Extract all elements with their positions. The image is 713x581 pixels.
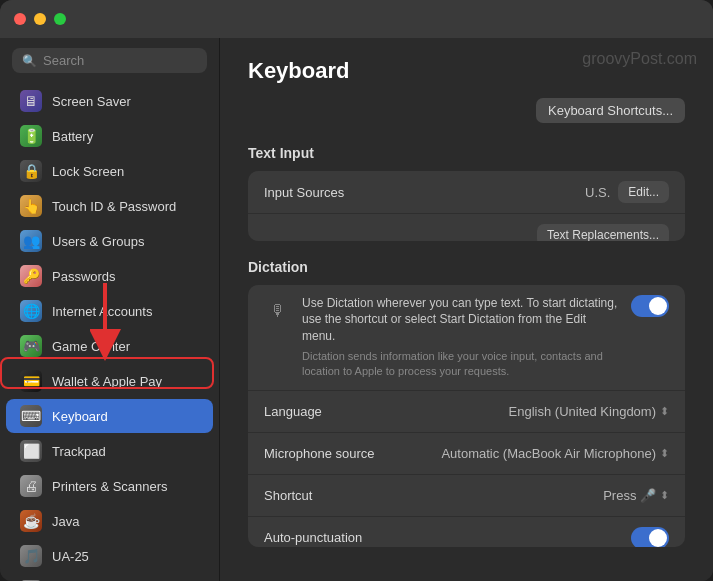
- wallet-icon: 💳: [20, 370, 42, 392]
- gamecenter-icon: 🎮: [20, 335, 42, 357]
- sidebar-item-label: Screen Saver: [52, 94, 131, 109]
- sidebar-item-lock-screen[interactable]: 🔒 Lock Screen: [6, 154, 213, 188]
- autopunctuation-label: Auto-punctuation: [264, 530, 362, 545]
- autopunctuation-toggle[interactable]: [631, 527, 669, 547]
- sidebar-item-keyboard[interactable]: ⌨ Keyboard: [6, 399, 213, 433]
- sidebar-item-trackpad[interactable]: ⬜ Trackpad: [6, 434, 213, 468]
- search-icon: 🔍: [22, 54, 37, 68]
- microphone-icon: 🎙: [264, 297, 292, 325]
- maximize-button[interactable]: [54, 13, 66, 25]
- sidebar-item-label: Java: [52, 514, 79, 529]
- text-replacements-button[interactable]: Text Replacements...: [537, 224, 669, 241]
- shortcut-value: Press 🎤: [603, 488, 656, 503]
- input-sources-row: Input Sources U.S. Edit...: [248, 171, 685, 214]
- edit-button[interactable]: Edit...: [618, 181, 669, 203]
- touchid-icon: 👆: [20, 195, 42, 217]
- language-select[interactable]: English (United Kingdom) ⬍: [509, 404, 669, 419]
- sidebar-item-label: Game Center: [52, 339, 130, 354]
- microphone-select[interactable]: Automatic (MacBook Air Microphone) ⬍: [441, 446, 669, 461]
- dictation-text: Use Dictation wherever you can type text…: [302, 295, 621, 380]
- autopunctuation-row: Auto-punctuation: [248, 517, 685, 547]
- shortcut-label: Shortcut: [264, 488, 312, 503]
- sidebar-item-label: Touch ID & Password: [52, 199, 176, 214]
- sidebar-item-label: Passwords: [52, 269, 116, 284]
- dictation-desc-row: 🎙 Use Dictation wherever you can type te…: [248, 285, 685, 391]
- search-bar[interactable]: 🔍: [12, 48, 207, 73]
- language-label: Language: [264, 404, 322, 419]
- input-sources-value: U.S.: [585, 185, 610, 200]
- keyboard-shortcuts-button[interactable]: Keyboard Shortcuts...: [536, 98, 685, 123]
- input-sources-label: Input Sources: [264, 185, 344, 200]
- shortcut-row: Shortcut Press 🎤 ⬍: [248, 475, 685, 517]
- language-row: Language English (United Kingdom) ⬍: [248, 391, 685, 433]
- text-input-card: Input Sources U.S. Edit... Text Replacem…: [248, 171, 685, 241]
- sidebar-item-label: Internet Accounts: [52, 304, 152, 319]
- sidebar-item-wallet[interactable]: 💳 Wallet & Apple Pay: [6, 364, 213, 398]
- main-panel: groovyPost.com Keyboard Keyboard Shortcu…: [220, 38, 713, 581]
- sidebar-item-label: Lock Screen: [52, 164, 124, 179]
- sidebar-item-label: Wallet & Apple Pay: [52, 374, 162, 389]
- passwords-icon: 🔑: [20, 265, 42, 287]
- dictation-label: Dictation: [248, 259, 685, 275]
- sidebar-item-internet-accounts[interactable]: 🌐 Internet Accounts: [6, 294, 213, 328]
- sidebar-item-touch-id[interactable]: 👆 Touch ID & Password: [6, 189, 213, 223]
- sidebar-item-screen-saver[interactable]: 🖥 Screen Saver: [6, 84, 213, 118]
- sidebar-item-label: UA-25: [52, 549, 89, 564]
- microphone-source-label: Microphone source: [264, 446, 375, 461]
- language-value: English (United Kingdom): [509, 404, 656, 419]
- sidebar-item-label: Keyboard: [52, 409, 108, 424]
- titlebar: [0, 0, 713, 38]
- minimize-button[interactable]: [34, 13, 46, 25]
- sidebar-item-label: Battery: [52, 129, 93, 144]
- microphone-value: Automatic (MacBook Air Microphone): [441, 446, 656, 461]
- dictation-toggle[interactable]: [631, 295, 669, 317]
- sidebar-item-label: Users & Groups: [52, 234, 144, 249]
- sidebar: 🔍 🖥 Screen Saver 🔋 Battery 🔒 Lock Screen: [0, 38, 220, 581]
- toggle-knob-auto: [649, 529, 667, 547]
- sidebar-item-label: Printers & Scanners: [52, 479, 168, 494]
- sidebar-item-printers[interactable]: 🖨 Printers & Scanners: [6, 469, 213, 503]
- battery-icon: 🔋: [20, 125, 42, 147]
- microphone-source-row: Microphone source Automatic (MacBook Air…: [248, 433, 685, 475]
- language-chevron: ⬍: [660, 405, 669, 418]
- sidebar-item-passwords[interactable]: 🔑 Passwords: [6, 259, 213, 293]
- dictation-sub-text: Dictation sends information like your vo…: [302, 349, 621, 380]
- page-title: Keyboard: [248, 58, 685, 84]
- java-icon: ☕: [20, 510, 42, 532]
- text-replacements-row: Text Replacements...: [248, 214, 685, 241]
- dictation-card: 🎙 Use Dictation wherever you can type te…: [248, 285, 685, 547]
- internet-icon: 🌐: [20, 300, 42, 322]
- sidebar-item-label: Trackpad: [52, 444, 106, 459]
- printers-icon: 🖨: [20, 475, 42, 497]
- sidebar-item-battery[interactable]: 🔋 Battery: [6, 119, 213, 153]
- ua25-icon: 🎵: [20, 545, 42, 567]
- lock-icon: 🔒: [20, 160, 42, 182]
- search-input[interactable]: [43, 53, 197, 68]
- sidebar-item-ua25[interactable]: 🎵 UA-25: [6, 539, 213, 573]
- toggle-knob: [649, 297, 667, 315]
- text-input-label: Text Input: [248, 145, 685, 161]
- screen-saver-icon: 🖥: [20, 90, 42, 112]
- sidebar-item-java[interactable]: ☕ Java: [6, 504, 213, 538]
- trackpad-icon: ⬜: [20, 440, 42, 462]
- sidebar-item-yamaha[interactable]: 🎹 YAMAHA USB-MIDI: [6, 574, 213, 581]
- shortcut-chevron: ⬍: [660, 489, 669, 502]
- close-button[interactable]: [14, 13, 26, 25]
- keyboard-icon: ⌨: [20, 405, 42, 427]
- sidebar-item-users-groups[interactable]: 👥 Users & Groups: [6, 224, 213, 258]
- microphone-chevron: ⬍: [660, 447, 669, 460]
- sidebar-item-game-center[interactable]: 🎮 Game Center: [6, 329, 213, 363]
- dictation-main-text: Use Dictation wherever you can type text…: [302, 295, 621, 345]
- shortcut-select[interactable]: Press 🎤 ⬍: [603, 488, 669, 503]
- users-icon: 👥: [20, 230, 42, 252]
